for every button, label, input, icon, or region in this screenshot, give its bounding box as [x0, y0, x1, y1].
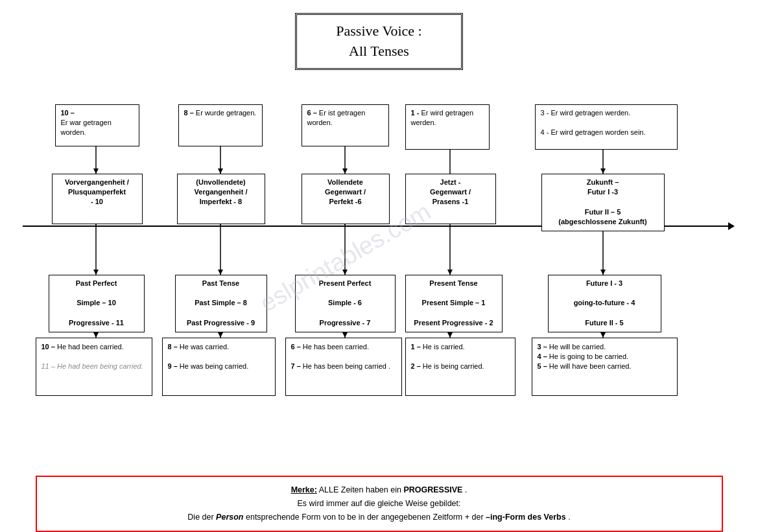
svg-marker-9 [93, 270, 99, 275]
title-line1: Passive Voice : [336, 23, 421, 39]
label-perfekt: VollendeteGegenwart /Perfekt -6 [302, 174, 390, 224]
svg-marker-15 [447, 270, 453, 275]
ex-present-perfect-text: 6 – He has been carried. 7 – He has been… [291, 343, 391, 371]
ex-past-text: 8 – He was carried. 9 – He was being car… [168, 343, 249, 371]
tense-past: Past TensePast Simple – 8Past Progressiv… [175, 275, 267, 332]
label-imperfekt: (Unvollendete)Vergangenheit /Imperfekt -… [177, 174, 265, 224]
ex-future-en: 3 – He will be carried. 4 – He is going … [532, 338, 678, 396]
ex-future-text: 3 – He will be carried. 4 – He is going … [538, 343, 632, 371]
ex-present-text: 1 – He is carried. 2 – He is being carri… [411, 343, 484, 371]
label-jetzt: Jetzt -Gegenwart /Prasens -1 [405, 174, 496, 224]
ex-past-perfect-en: 10 – He had been carried. 11 – He had be… [36, 338, 152, 396]
label-vv-text: Vorvergangenheit /Plusquamperfekt- 10 [65, 178, 129, 206]
ex8-german-text: 8 – Er wurde getragen. [184, 109, 257, 117]
tense-past-perfect-text: Past PerfectSimple – 10Progressive - 11 [69, 279, 124, 327]
label-imperfekt-text: (Unvollendete)Vergangenheit /Imperfekt -… [195, 178, 248, 206]
svg-marker-25 [447, 332, 453, 338]
note-zeitform: in der angegebenen Zeitform + der [359, 513, 486, 522]
title-wrapper: Passive Voice : All Tenses [6, 13, 752, 70]
ex-present-en: 1 – He is carried. 2 – He is being carri… [405, 338, 515, 396]
tense-past-perfect: Past PerfectSimple – 10Progressive - 11 [49, 275, 145, 332]
svg-marker-21 [218, 332, 223, 338]
tense-present-perfect: Present PerfectSimple - 6Progressive - 7 [295, 275, 396, 332]
svg-marker-23 [342, 332, 348, 338]
page-container: Passive Voice : All Tenses [0, 0, 758, 532]
ex-past-en: 8 – He was carried. 9 – He was being car… [162, 338, 276, 396]
note-progressive: PROGRESSIVE [403, 485, 462, 494]
label-vorvergangenheit: Vorvergangenheit /Plusquamperfekt- 10 [52, 174, 143, 224]
ex-present-perfect-en: 6 – He has been carried. 7 – He has been… [285, 338, 402, 396]
note-alle: ALLE Zeiten haben ein [319, 485, 404, 494]
title-box: Passive Voice : All Tenses [295, 13, 462, 70]
svg-marker-29 [93, 168, 99, 174]
tense-future-text: Future I - 3going-to-future - 4Future II… [574, 279, 635, 327]
ex34-german-text: 3 - Er wird getragen werden. 4 - Er wird… [541, 109, 646, 137]
tense-present: Present TensePresent Simple – 1Present P… [405, 275, 503, 332]
note-ingform: –ing-Form des Verbs [486, 513, 566, 522]
note-die-der: Die der [187, 513, 216, 522]
ex6-german-text: 6 – Er ist getragen worden. [307, 109, 366, 126]
tense-present-text: Present TensePresent Simple – 1Present P… [414, 279, 493, 327]
svg-marker-31 [218, 168, 223, 174]
svg-marker-36 [600, 168, 606, 174]
ex10-german-text: 10 –Er war getragen worden. [61, 109, 112, 137]
svg-marker-33 [342, 168, 348, 174]
ex6-german-box: 6 – Er ist getragen worden. [302, 104, 389, 146]
label-zukunft-text: Zukunft –Futur I -3Futur II – 5(abgeschl… [558, 178, 646, 226]
ex8-german-box: 8 – Er wurde getragen. [178, 104, 263, 146]
svg-marker-17 [600, 270, 606, 275]
svg-marker-19 [93, 332, 99, 338]
note-line1: Merke: ALLE Zeiten haben ein PROGRESSIVE… [50, 483, 709, 497]
note-line3: Die der Person entsprechende Form von to… [50, 511, 709, 524]
ex10-german-box: 10 –Er war getragen worden. [55, 104, 139, 146]
ex1-german-text: 1 - Er wird getragen werden. [411, 109, 474, 126]
ex-past-perfect-text: 10 – He had been carried. 11 – He had be… [41, 343, 143, 371]
ex1-german-box: 1 - Er wird getragen werden. [405, 104, 490, 150]
note-person: Person [216, 513, 243, 522]
tense-present-perfect-text: Present PerfectSimple - 6Progressive - 7 [319, 279, 372, 327]
note-dot: . [465, 485, 467, 494]
svg-marker-11 [218, 270, 223, 275]
note-entsprechende: entsprechende Form von to be [246, 513, 356, 522]
diagram: 10 –Er war getragen worden. 8 – Er wurde… [23, 82, 736, 470]
label-jetzt-text: Jetzt -Gegenwart /Prasens -1 [430, 178, 471, 206]
svg-marker-13 [342, 270, 348, 275]
tense-past-text: Past TensePast Simple – 8Past Progressiv… [187, 279, 255, 327]
merke-label: Merke: [291, 485, 317, 494]
note-box: Merke: ALLE Zeiten haben ein PROGRESSIVE… [36, 476, 723, 532]
svg-marker-27 [600, 332, 606, 338]
note-line2: Es wird immer auf die gleiche Weise gebi… [50, 497, 709, 511]
note-end: . [568, 513, 570, 522]
ex34-german-box: 3 - Er wird getragen werden. 4 - Er wird… [535, 104, 678, 150]
label-perfekt-text: VollendeteGegenwart /Perfekt -6 [325, 178, 366, 206]
title-line2: All Tenses [349, 43, 409, 59]
label-zukunft: Zukunft –Futur I -3Futur II – 5(abgeschl… [541, 174, 665, 231]
tense-future: Future I - 3going-to-future - 4Future II… [548, 275, 661, 332]
